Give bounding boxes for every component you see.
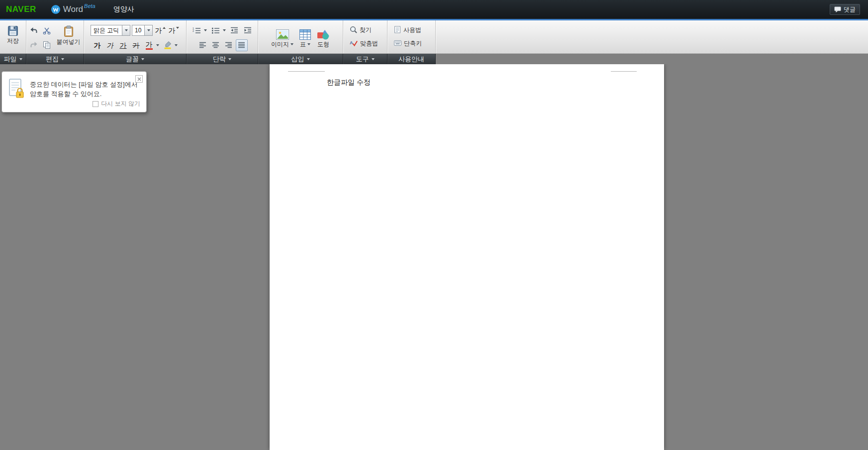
strikethrough-glyph: 가 (133, 42, 140, 49)
usage-guide-button[interactable]: 사용법 (391, 23, 434, 36)
italic-button[interactable]: 가 (104, 39, 116, 51)
find-label: 찾기 (360, 27, 372, 33)
highlight-caret[interactable] (174, 39, 179, 51)
save-label: 저장 (7, 38, 19, 44)
insert-image-button[interactable]: 이미지 (269, 27, 295, 49)
insert-image-caret[interactable] (290, 43, 293, 45)
align-left-icon (199, 42, 206, 48)
cut-button[interactable] (41, 24, 53, 36)
save-button[interactable]: 저장 (5, 23, 21, 45)
redo-button[interactable] (28, 39, 40, 51)
numbered-list-caret[interactable] (202, 24, 208, 36)
align-center-button[interactable] (210, 39, 222, 51)
bullet-list-button[interactable] (209, 24, 221, 36)
word-logo-text: Word (63, 4, 83, 14)
document-page[interactable]: 한글파일 수정 (270, 64, 664, 450)
insert-table-button[interactable]: 표 (297, 27, 313, 49)
menu-paragraph[interactable]: 단락 (187, 54, 258, 64)
highlight-button[interactable] (162, 39, 174, 51)
toolbar-group-insert: 이미지 표 (258, 20, 343, 53)
chevron-down-icon (141, 58, 144, 60)
paste-button[interactable]: 붙여넣기 (55, 23, 83, 46)
menu-paragraph-label: 단락 (213, 55, 226, 64)
comment-icon (834, 6, 841, 13)
align-justify-button[interactable] (236, 39, 248, 51)
balloon-message-line2: 암호를 적용할 수 있어요. (30, 89, 138, 99)
bullet-list-caret[interactable] (221, 24, 227, 36)
topbar: NAVER Word Beta 영양사 댓글 (0, 0, 868, 19)
menu-font[interactable]: 글꼴 (84, 54, 187, 64)
bold-button[interactable]: 가 (92, 39, 103, 51)
font-family-caret[interactable] (122, 25, 130, 35)
font-color-glyph: 가 (146, 41, 153, 48)
shortcuts-label: 단축키 (404, 40, 422, 46)
menu-insert[interactable]: 삽입 (258, 54, 343, 64)
comments-button-label: 댓글 (844, 5, 856, 14)
menu-font-label: 글꼴 (126, 55, 139, 64)
image-icon (276, 29, 289, 40)
svg-text:A: A (350, 40, 353, 45)
numbered-list-split: 1 2 (191, 24, 208, 36)
menu-guide[interactable]: 사용안내 (387, 54, 436, 64)
numbered-list-button[interactable]: 1 2 (191, 24, 202, 36)
menubar-inner: 파일 편집 글꼴 단락 삽입 도구 사용안내 (0, 54, 436, 64)
strikethrough-button[interactable]: 가 (130, 39, 142, 51)
close-icon (137, 77, 141, 81)
dismiss-checkbox[interactable] (93, 101, 98, 107)
font-size-select[interactable]: 10 (132, 25, 153, 36)
decrease-font-button[interactable]: 가 (168, 24, 180, 36)
bullet-list-icon (211, 27, 220, 34)
menu-edit[interactable]: 편집 (26, 54, 84, 64)
comments-button[interactable]: 댓글 (830, 4, 860, 15)
find-button[interactable]: 찾기 (347, 23, 386, 36)
document-title: 영양사 (113, 5, 134, 14)
balloon-close-button[interactable] (135, 75, 143, 83)
password-tip-balloon: 중요한 데이터는 [파일 암호 설정]에서 암호를 적용할 수 있어요. 다시 … (1, 71, 147, 112)
app: NAVER Word Beta 영양사 댓글 (0, 0, 868, 450)
font-family-select[interactable]: 맑은 고딕 (91, 25, 130, 36)
spellcheck-button[interactable]: A 맞춤법 (347, 36, 386, 50)
copy-button[interactable] (41, 39, 53, 51)
font-color-caret[interactable] (155, 39, 161, 51)
menu-tools[interactable]: 도구 (343, 54, 387, 64)
copy-icon (43, 41, 51, 49)
decrease-font-glyph: 가 (169, 27, 176, 34)
insert-table-caret[interactable] (307, 43, 310, 45)
undo-button[interactable] (28, 24, 40, 36)
bold-glyph: 가 (94, 42, 101, 49)
font-size-caret[interactable] (144, 25, 152, 35)
usage-guide-label: 사용법 (403, 27, 421, 33)
indent-icon (244, 27, 252, 34)
document-lock-icon (9, 79, 24, 99)
scissors-icon (43, 27, 51, 34)
svg-text:2: 2 (193, 29, 194, 32)
naver-logo: NAVER (6, 4, 36, 14)
font-color-bar-icon (146, 48, 153, 50)
shortcuts-button[interactable]: 단축키 (391, 36, 434, 50)
font-color-button[interactable]: 가 (143, 39, 155, 51)
document-text[interactable]: 한글파일 수정 (327, 78, 371, 87)
underline-glyph: 가 (120, 42, 127, 49)
increase-mark-icon (163, 27, 166, 29)
chevron-down-icon (307, 58, 310, 60)
align-left-button[interactable] (197, 39, 209, 51)
chevron-down-icon (372, 58, 375, 60)
underline-button[interactable]: 가 (117, 39, 129, 51)
decrease-mark-icon (176, 27, 179, 29)
dismiss-label[interactable]: 다시 보지 않기 (101, 100, 140, 108)
align-right-button[interactable] (223, 39, 235, 51)
toolbar-group-edit: 붙여넣기 (26, 20, 84, 53)
undo-icon (30, 27, 38, 34)
numbered-list-icon: 1 2 (193, 27, 201, 34)
chevron-down-icon (228, 58, 231, 60)
outdent-button[interactable] (228, 24, 240, 36)
toolbar: 저장 (0, 20, 868, 54)
highlight-split (162, 39, 179, 51)
menu-file[interactable]: 파일 (0, 54, 26, 64)
spellcheck-label: 맞춤법 (360, 40, 378, 46)
font-size-value: 10 (132, 25, 144, 35)
menu-tools-label: 도구 (356, 55, 369, 64)
increase-font-button[interactable]: 가 (154, 24, 166, 36)
indent-button[interactable] (242, 24, 254, 36)
insert-shape-button[interactable]: 도형 (315, 27, 332, 49)
